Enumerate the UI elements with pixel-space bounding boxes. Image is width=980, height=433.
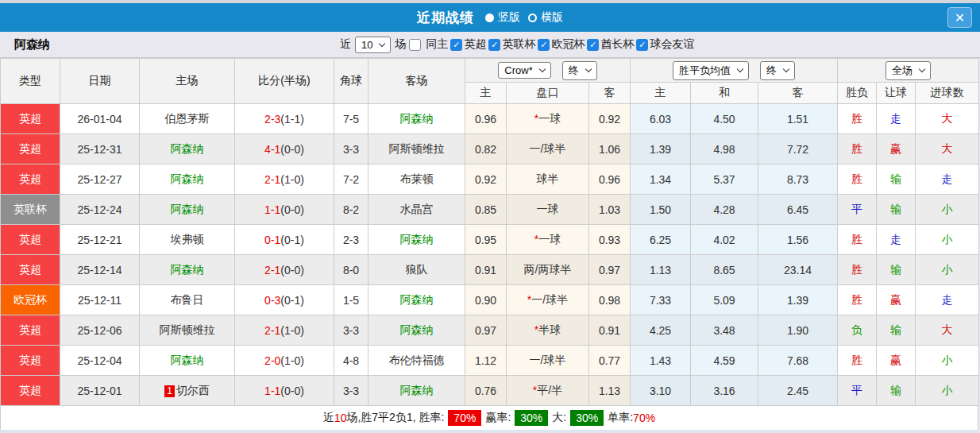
avg-odds-home: 4.25 (631, 315, 691, 346)
league-type-badge: 英联杯 (1, 195, 60, 225)
league-filter-3[interactable]: ✓欧冠杯 (536, 37, 585, 52)
league-type-badge: 英超 (1, 164, 60, 195)
result-handicap: 走 (877, 225, 916, 255)
halftime-score: (1-0) (280, 173, 304, 186)
radio-unselected-icon[interactable] (528, 14, 537, 22)
radio-horizontal-label[interactable]: 横版 (541, 10, 563, 25)
checkbox-unchecked-icon[interactable] (409, 39, 421, 51)
checkbox-checked-icon[interactable]: ✓ (587, 39, 599, 51)
same-home-filter[interactable]: 同主 (406, 37, 448, 52)
match-date: 25-12-04 (60, 346, 140, 376)
footer-count: 10 (334, 412, 347, 424)
corners: 3-3 (334, 134, 368, 164)
league-filter-1[interactable]: ✓英超 (449, 37, 486, 52)
radio-selected-icon[interactable] (485, 14, 494, 22)
result-handicap: 输 (877, 376, 916, 406)
avg-odds-away: 7.68 (758, 346, 838, 376)
result-outcome: 胜 (838, 346, 877, 376)
match-count-value: 10 (361, 39, 372, 51)
avg-odds-home: 1.39 (631, 134, 691, 164)
checkbox-checked-icon[interactable]: ✓ (636, 39, 648, 51)
result-handicap: 赢 (877, 285, 916, 315)
close-button[interactable]: ✕ (947, 7, 972, 28)
star-icon: * (534, 112, 538, 125)
halftime-score: (1-0) (280, 324, 304, 337)
avg-odds-draw: 4.50 (691, 104, 758, 134)
fulltime-score: 1-1 (264, 385, 280, 397)
avg-period-select[interactable]: 终 (760, 61, 795, 80)
league-filter-5[interactable]: ✓球会友谊 (635, 37, 694, 52)
titlebar: 近期战绩 竖版 横版 ✕ (0, 3, 980, 32)
layout-radio-group: 竖版 横版 (477, 10, 563, 25)
checkbox-checked-icon[interactable]: ✓ (450, 39, 462, 51)
score-cell: 1-1(0-0) (235, 195, 334, 225)
league-type-badge: 英超 (1, 376, 60, 406)
handicap-line: 两/两球半 (507, 255, 589, 285)
single-rate: 70% (633, 412, 655, 424)
checkbox-checked-icon[interactable]: ✓ (538, 39, 550, 51)
match-date: 25-12-21 (60, 225, 140, 255)
avg-odds-home: 1.34 (631, 164, 691, 195)
result-goals: 大 (916, 104, 979, 134)
league-filter-2[interactable]: ✓英联杯 (487, 37, 535, 52)
league-filter-4[interactable]: ✓酋长杯 (585, 37, 634, 52)
sub-header-result: 胜负 (838, 83, 877, 104)
halftime-score: (1-0) (280, 354, 304, 367)
match-date: 26-01-04 (60, 104, 140, 134)
odds-home: 0.95 (465, 225, 507, 255)
scope-select[interactable]: 全场 (885, 61, 931, 80)
result-goals: 小 (916, 225, 979, 255)
bookmaker-select[interactable]: Crow* (498, 62, 550, 79)
home-team: 阿森纳 (140, 164, 235, 195)
match-date: 25-12-24 (60, 195, 140, 225)
league-type-badge: 欧冠杯 (1, 285, 60, 315)
handicap-line: 一/球半 (507, 346, 589, 376)
handicap-line: 一球 (507, 195, 589, 225)
halftime-score: (0-0) (280, 203, 304, 216)
odds-away: 0.93 (589, 225, 631, 255)
handicap-line: *一球 (507, 225, 589, 255)
avg-period-value: 终 (766, 64, 777, 78)
avg-odds-select[interactable]: 胜平负均值 (673, 61, 749, 80)
checkbox-checked-icon[interactable]: ✓ (488, 39, 500, 51)
match-date: 25-12-14 (60, 255, 140, 285)
match-count-select[interactable]: 10 (355, 37, 391, 53)
sub-header-odds-home: 主 (465, 83, 507, 104)
avg-odds-away: 1.51 (758, 104, 838, 134)
bookmaker-period-select[interactable]: 终 (562, 61, 597, 80)
result-outcome: 胜 (838, 164, 877, 195)
close-icon: ✕ (955, 10, 965, 25)
score-cell: 0-3(0-1) (235, 285, 334, 315)
league-type-badge: 英超 (1, 104, 60, 134)
result-goals: 大 (916, 315, 979, 346)
avg-odds-draw: 5.37 (691, 164, 758, 195)
avg-odds-draw: 4.98 (691, 134, 758, 164)
league-label: 欧冠杯 (551, 37, 585, 52)
odds-away: 0.77 (589, 346, 631, 376)
filter-controls: 近 10 场 同主 ✓英超✓英联杯✓欧冠杯✓酋长杯✓球会友谊 (340, 37, 695, 53)
sub-header-avg-home: 主 (631, 83, 691, 104)
fulltime-score: 2-1 (264, 324, 280, 337)
result-handicap: 赢 (877, 346, 916, 376)
result-outcome: 胜 (838, 134, 877, 164)
fulltime-score: 0-3 (264, 294, 280, 307)
handicap-line: *半球 (507, 315, 589, 346)
corners: 2-3 (334, 225, 368, 255)
result-outcome: 平 (838, 376, 877, 406)
result-goals: 小 (916, 255, 979, 285)
radio-vertical-label[interactable]: 竖版 (498, 10, 520, 25)
score-cell: 2-0(1-0) (235, 346, 334, 376)
avg-odds-away: 6.45 (758, 195, 838, 225)
home-team: 布鲁日 (140, 285, 235, 315)
win-rate-badge: 30% (515, 410, 548, 426)
result-outcome: 胜 (838, 255, 877, 285)
team-name: 阿森纳 (14, 37, 50, 52)
result-goals: 大 (916, 134, 979, 164)
odds-away: 0.97 (589, 255, 631, 285)
match-date: 25-12-06 (60, 315, 140, 346)
away-team: 阿森纳 (368, 285, 465, 315)
handicap-line: *一/球半 (507, 285, 589, 315)
home-team: 阿森纳 (140, 346, 235, 376)
avg-odds-select-value: 胜平负均值 (679, 64, 731, 78)
match-date: 25-12-11 (60, 285, 140, 315)
